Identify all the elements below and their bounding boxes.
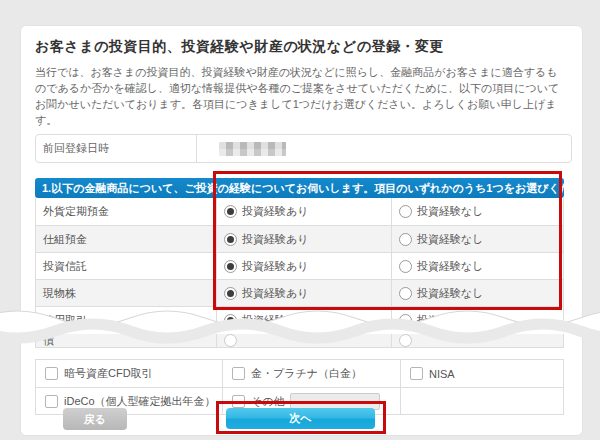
radio-label: 投資経験なし (417, 286, 484, 301)
next-button[interactable]: 次へ (226, 408, 375, 429)
experience-table: 外貨定期預金 投資経験あり 投資経験なし 仕組預金 投資経験あり (35, 198, 564, 348)
radio-selected-icon[interactable] (224, 205, 237, 218)
checkbox-label: 金・プラチナ（白金） (251, 366, 362, 381)
radio-option-no[interactable]: 投資経験なし (391, 253, 563, 279)
product-label: 仕組預金 (36, 226, 216, 252)
radio-label: 投資経験あり (242, 232, 309, 247)
checkbox-icon[interactable] (45, 367, 58, 380)
previous-registration-label: 前回登録日時 (36, 135, 197, 162)
table-row-foreign-currency-deposit: 外貨定期預金 投資経験あり 投資経験なし (36, 198, 563, 225)
radio-label: 投資経験なし (417, 204, 484, 219)
checkbox-item-gold-platinum[interactable]: 金・プラチナ（白金） (222, 360, 400, 387)
radio-label: 投資経験あり (242, 313, 309, 328)
table-row-structured-deposit: 仕組預金 投資経験あり 投資経験なし (36, 225, 563, 252)
checkbox-icon[interactable] (232, 395, 245, 408)
checkbox-label: iDeCo（個人型確定拠出年金） (64, 394, 216, 409)
radio-option-yes[interactable]: 投資経験あり (216, 253, 391, 279)
table-row-physical-stock: 現物株 投資経験あり 投資経験なし (36, 279, 563, 306)
form-card: お客さまの投資目的、投資経験や財産の状況などの登録・変更 当行では、お客さまの投… (20, 25, 583, 436)
radio-unselected-icon (399, 334, 412, 347)
radio-label: 投資経験あり (242, 286, 309, 301)
radio-option-yes[interactable]: 投資経験あり (216, 280, 391, 306)
radio-selected-icon[interactable] (224, 260, 237, 273)
section1-header: 1.以下の金融商品について、ご投資の経験についてお伺いします。項目のいずれかのう… (35, 178, 564, 198)
previous-registration-row: 前回登録日時 (35, 134, 572, 163)
radio-label: 投資経験あり (242, 259, 309, 274)
checkbox-empty-cell (400, 388, 563, 414)
product-label: 信用取引 (36, 307, 216, 333)
table-row-margin-trading: 信用取引 投資経験あり 投資経験なし (36, 306, 563, 333)
radio-option-yes[interactable]: 投資経験あり (216, 198, 391, 225)
other-input[interactable] (290, 393, 380, 410)
back-button[interactable]: 戻る (63, 408, 127, 430)
checkbox-label: その他 (251, 394, 285, 409)
radio-unselected-icon[interactable] (399, 287, 412, 300)
radio-label: 投資経験あり (242, 204, 309, 219)
table-row-investment-trust: 投資信託 投資経験あり 投資経験なし (36, 252, 563, 279)
page-title: お客さまの投資目的、投資経験や財産の状況などの登録・変更 (35, 38, 582, 56)
radio-unselected-icon (224, 334, 237, 347)
radio-option-no[interactable]: 投資経験なし (391, 307, 563, 333)
radio-option-yes[interactable]: 投資経験あり (216, 307, 391, 333)
product-label: 投資信託 (36, 253, 216, 279)
radio-option-no[interactable]: 投資経験なし (391, 198, 563, 225)
product-label-fragment: 債 (36, 334, 216, 347)
radio-option-no[interactable]: 投資経験なし (391, 226, 563, 252)
radio-option-yes[interactable]: 投資経験あり (216, 226, 391, 252)
radio-selected-icon[interactable] (224, 233, 237, 246)
checkbox-label: 暗号資産CFD取引 (64, 366, 153, 381)
radio-label: 投資経験なし (417, 232, 484, 247)
previous-registration-value-redacted (219, 142, 286, 156)
checkbox-icon[interactable] (232, 367, 245, 380)
radio-option-no[interactable]: 投資経験なし (391, 280, 563, 306)
checkbox-icon[interactable] (410, 367, 423, 380)
radio-selected-icon[interactable] (224, 314, 237, 327)
radio-unselected-icon[interactable] (399, 260, 412, 273)
radio-unselected-icon[interactable] (399, 233, 412, 246)
page: お客さまの投資目的、投資経験や財産の状況などの登録・変更 当行では、お客さまの投… (0, 0, 600, 440)
table-row-truncated: 債 (36, 333, 563, 347)
radio-unselected-icon[interactable] (399, 314, 412, 327)
checkbox-item-crypto-cfd[interactable]: 暗号資産CFD取引 (36, 360, 222, 387)
radio-label: 投資経験なし (417, 313, 484, 328)
page-description: 当行では、お客さまの投資目的、投資経験や財産の状況などに照らし、金融商品がお客さ… (35, 64, 562, 128)
radio-selected-icon[interactable] (224, 287, 237, 300)
checkbox-icon[interactable] (45, 395, 58, 408)
checkbox-item-nisa[interactable]: NISA (400, 360, 563, 387)
checkbox-row: 暗号資産CFD取引 金・プラチナ（白金） NISA (36, 360, 563, 387)
radio-option-yes (216, 334, 391, 347)
product-label: 現物株 (36, 280, 216, 306)
product-label: 外貨定期預金 (36, 198, 216, 225)
radio-unselected-icon[interactable] (399, 205, 412, 218)
checkbox-label: NISA (429, 368, 455, 380)
radio-option-no (391, 334, 563, 347)
radio-label: 投資経験なし (417, 259, 484, 274)
checkbox-table: 暗号資産CFD取引 金・プラチナ（白金） NISA iDeCo（個人型確定拠出年… (35, 359, 564, 415)
